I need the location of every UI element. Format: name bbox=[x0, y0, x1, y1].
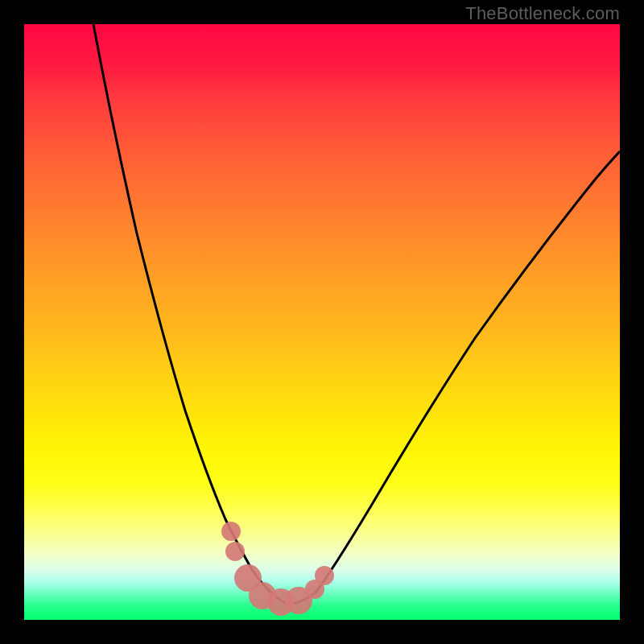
watermark-text: TheBottleneck.com bbox=[465, 3, 620, 24]
marker-dot bbox=[221, 522, 241, 541]
bottleneck-curve bbox=[93, 24, 620, 604]
curve-layer bbox=[24, 24, 620, 620]
marker-dot bbox=[315, 566, 334, 585]
plot-area bbox=[24, 24, 620, 620]
knee-marker-group bbox=[221, 522, 334, 616]
chart-frame: TheBottleneck.com bbox=[0, 0, 644, 644]
marker-dot bbox=[225, 542, 245, 561]
